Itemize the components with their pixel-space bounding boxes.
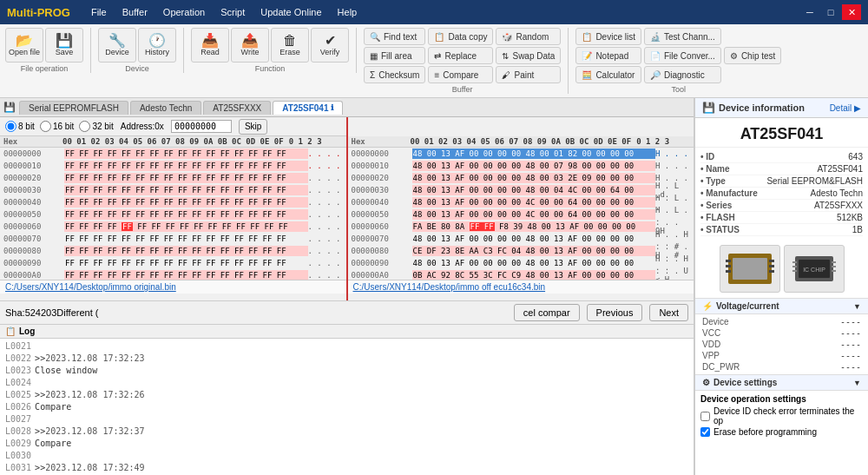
- tab-icon: 💾: [3, 102, 16, 113]
- left-file-path[interactable]: C:/Users/XNY114/Desktop/immo original.bi…: [0, 280, 346, 294]
- history-button[interactable]: 🕐 History: [138, 28, 176, 63]
- tab-serial-eeprom[interactable]: Serial EEPROMFLASH: [19, 101, 128, 115]
- fill-area-button[interactable]: ▦Fill area: [364, 47, 425, 64]
- table-row: 00000080CE DF 23 8E AA C3 FC 04 48 00 13…: [348, 245, 694, 257]
- tabs-bar: 💾 Serial EEPROMFLASH Adesto Techn AT25SF…: [0, 98, 694, 117]
- svg-rect-4: [726, 270, 731, 273]
- erase-button[interactable]: 🗑 Erase: [271, 28, 309, 63]
- voltage-table: Device ---- VCC ---- VDD ---- VPP ---- D…: [695, 314, 868, 374]
- table-row: 0000004048 00 13 AF 00 00 00 00 4C 00 00…: [348, 196, 694, 208]
- device-id-check-checkbox[interactable]: [700, 412, 710, 421]
- volt-vcc: VCC ----: [700, 327, 863, 339]
- svg-rect-7: [769, 270, 774, 273]
- save-button[interactable]: 💾 Save: [45, 28, 83, 63]
- svg-rect-1: [733, 258, 767, 280]
- prop-series: • Series AT25SFXXX: [700, 200, 863, 212]
- previous-button[interactable]: Previous: [587, 304, 643, 321]
- window-controls: ─ □ ✕: [800, 4, 861, 20]
- history-label: History: [145, 48, 169, 56]
- write-button[interactable]: 📤 Write: [231, 28, 269, 63]
- right-file-path[interactable]: C:/Users/XNY114/Desktop/immo off ecu16c3…: [348, 280, 694, 294]
- compare-button[interactable]: ≡Compare: [428, 66, 493, 83]
- find-text-button[interactable]: 🔍Find text: [364, 28, 425, 45]
- settings-item-2: Erase before programming: [700, 426, 863, 438]
- 16bit-option[interactable]: 16 bit: [40, 121, 74, 132]
- next-button[interactable]: Next: [649, 304, 688, 321]
- list-item: L0022>>2023.12.08 17:32:23: [5, 353, 688, 365]
- random-button[interactable]: 🎲Random: [496, 28, 561, 45]
- diagnostic-button[interactable]: 🔎Diagnostic: [644, 66, 721, 83]
- skip-button[interactable]: Skip: [239, 119, 267, 135]
- menu-script[interactable]: Script: [214, 4, 252, 20]
- table-row: 0000005048 00 13 AF 00 00 00 00 4C 00 00…: [348, 208, 694, 221]
- buffer-right-col: 🎲Random ⇅Swap Data 🖌Paint: [496, 28, 561, 83]
- list-item: L0031>>2023.12.08 17:32:49: [5, 462, 688, 474]
- table-row: 0000003048 00 13 AF 00 00 00 00 48 00 04…: [348, 184, 694, 196]
- 32bit-option[interactable]: 32 bit: [79, 121, 113, 132]
- erase-label: Erase: [279, 48, 300, 56]
- settings-chevron-icon: ▼: [853, 379, 861, 387]
- log-content[interactable]: L0021 L0022>>2023.12.08 17:32:23 L0023Cl…: [0, 339, 694, 475]
- menu-update[interactable]: Update Online: [253, 4, 328, 20]
- file-converter-button[interactable]: 📄File Conver...: [644, 47, 721, 64]
- address-input[interactable]: [171, 120, 232, 133]
- list-item: L0025>>2023.12.08 17:32:26: [5, 389, 688, 401]
- table-row: 00000090FF FF FF FF FF FF FF FF FF FF FF…: [0, 257, 346, 269]
- verify-label: Verify: [320, 48, 340, 56]
- hex-content-right[interactable]: 0000000048 00 13 AF 00 00 00 00 48 00 01…: [348, 148, 694, 280]
- device-settings-header[interactable]: ⚙ Device settings ▼: [695, 374, 868, 391]
- replace-button[interactable]: ⇄Replace: [428, 47, 493, 64]
- tab-at25sf041[interactable]: AT25SF041 ℹ: [273, 101, 343, 115]
- app-logo: Multi-PROG: [7, 6, 70, 19]
- device-info-icon: 💾: [702, 102, 715, 114]
- read-icon: 📥: [201, 34, 219, 48]
- volt-vpp: VPP ----: [700, 350, 863, 361]
- table-row: 0000001048 00 13 AF 00 00 00 00 48 00 07…: [348, 160, 694, 172]
- chip-test-button[interactable]: ⚙Chip test: [724, 47, 781, 64]
- toolbar-group-device: 🔧 Device 🕐 History Device: [98, 28, 184, 73]
- detail-button[interactable]: Detail ▶: [830, 103, 861, 113]
- settings-operation-title: Device operation settings: [700, 394, 863, 404]
- list-item: L0023Close window: [5, 365, 688, 377]
- list-item: L0029Compare: [5, 438, 688, 450]
- log-header: 📋 Log: [0, 325, 694, 339]
- voltage-section-header[interactable]: ⚡ Voltage/current ▼: [695, 298, 868, 314]
- close-button[interactable]: ✕: [842, 4, 861, 20]
- checksum-button[interactable]: ΣChecksum: [364, 66, 425, 83]
- read-button[interactable]: 📥 Read: [191, 28, 229, 63]
- verify-button[interactable]: ✔ Verify: [311, 28, 349, 63]
- table-row: 00000030FF FF FF FF FF FF FF FF FF FF FF…: [0, 184, 346, 196]
- calculator-button[interactable]: 🧮Calculator: [575, 66, 641, 83]
- menu-operation[interactable]: Operation: [156, 4, 212, 20]
- notepad-button[interactable]: 📝Notepad: [575, 47, 641, 64]
- hex-content-left[interactable]: 00000000FF FF FF FF FF FF FF FF FF FF FF…: [0, 148, 346, 280]
- open-file-button[interactable]: 📂 Open file: [5, 28, 43, 63]
- paint-button[interactable]: 🖌Paint: [496, 66, 561, 83]
- cancel-compare-button[interactable]: cel compar: [514, 304, 580, 321]
- device-list-button[interactable]: 📋Device list: [575, 28, 641, 45]
- menu-help[interactable]: Help: [331, 4, 365, 20]
- volt-device: Device ----: [700, 316, 863, 327]
- device-image-1: [720, 245, 780, 293]
- menu-buffer[interactable]: Buffer: [115, 4, 155, 20]
- svg-rect-12: [792, 270, 797, 272]
- tab-adesto[interactable]: Adesto Techn: [130, 101, 201, 115]
- settings-item-1: Device ID check error terminates the op: [700, 406, 863, 426]
- data-copy-button[interactable]: 📋Data copy: [428, 28, 493, 45]
- erase-before-prog-checkbox[interactable]: [700, 427, 710, 437]
- menu-file[interactable]: File: [84, 4, 114, 20]
- toolbar-group-function: 📥 Read 📤 Write 🗑 Erase ✔ Verify Function: [191, 28, 357, 73]
- maximize-button[interactable]: □: [821, 4, 840, 20]
- device-button[interactable]: 🔧 Device: [98, 28, 136, 63]
- test-channel-button[interactable]: 🔬Test Chann...: [644, 28, 721, 45]
- toolbar-group-buffer: 🔍Find text ▦Fill area ΣChecksum 📋Data co…: [364, 28, 569, 94]
- table-row: 000000A00B AC 92 8C 55 3C FC C9 48 00 13…: [348, 269, 694, 280]
- right-panel: 💾 Device information Detail ▶ AT25SF041 …: [694, 98, 868, 475]
- tab-at25sfxxx[interactable]: AT25SFXXX: [203, 101, 271, 115]
- open-file-label: Open file: [9, 48, 40, 56]
- swap-data-button[interactable]: ⇅Swap Data: [496, 47, 561, 64]
- minimize-button[interactable]: ─: [800, 4, 819, 20]
- toolbar-group-file: 📂 Open file 💾 Save File operation: [5, 28, 91, 73]
- 8bit-option[interactable]: 8 bit: [5, 121, 35, 132]
- voltage-icon: ⚡: [702, 301, 713, 311]
